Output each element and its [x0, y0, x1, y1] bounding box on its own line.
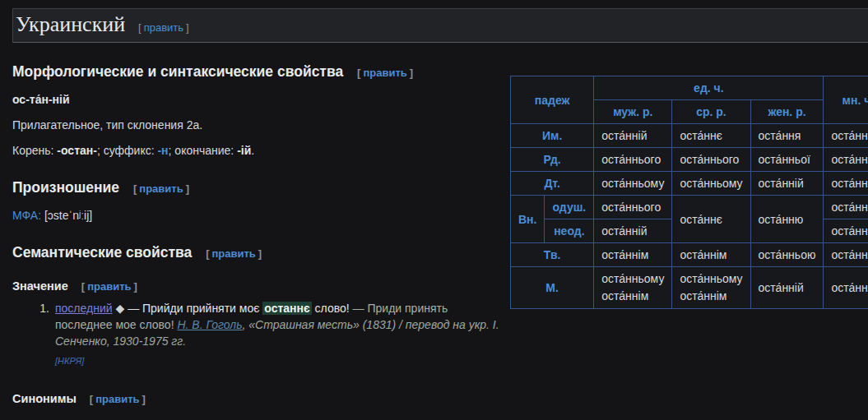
quote-separator: — [350, 302, 368, 315]
case-label-nominative: Им. [511, 124, 594, 148]
definition-body: последний ◆ — Прийди прийняти моє останн… [55, 300, 504, 369]
table-row-dative: Дт. оста́нньому оста́нньому оста́нній ос… [511, 172, 868, 196]
root-value: -остан- [57, 144, 97, 157]
case-label-locative: М. [511, 267, 594, 309]
case-label-genitive: Рд. [511, 148, 594, 172]
part-of-speech-line: Прилагательное, тип склонения 2a. [12, 118, 504, 132]
cell-ins-pl: оста́нніми [824, 243, 868, 267]
cell-gen-fem: оста́нньої [750, 148, 824, 172]
cell-dat-pl: оста́ннім [824, 172, 868, 196]
author-link[interactable]: Н. В. Гоголь [177, 318, 242, 331]
cell-ins-fem: оста́нньою [750, 243, 824, 267]
edit-link-language[interactable]: править [142, 21, 186, 34]
definition-item: 1. последний ◆ — Прийди прийняти моє ост… [12, 300, 504, 369]
cell-dat-masc: оста́нньому [594, 172, 672, 196]
edit-link-synonyms[interactable]: править [93, 393, 142, 405]
cell-gen-pl: оста́нніх [824, 148, 868, 172]
cell-loc-masc-line2: оста́ннім [601, 288, 664, 305]
edit-section-morphology: [править] [357, 67, 413, 79]
subsection-heading-meaning: Значение [править] [12, 279, 504, 293]
heading-text: Произношение [12, 179, 119, 196]
case-label-accusative: Вн. [511, 196, 545, 243]
cell-loc-masc-line1: оста́нньому [601, 270, 664, 288]
case-label-instrumental: Тв. [511, 243, 594, 267]
edit-link-meaning[interactable]: править [85, 280, 133, 293]
heading-text: Значение [12, 279, 68, 293]
edit-section-meaning: [править] [81, 280, 137, 293]
cell-loc-fem: оста́нній [750, 267, 824, 309]
cell-nom-fem: оста́ння [750, 124, 824, 148]
bracket-close: ] [186, 182, 189, 195]
bracket-close: ] [410, 67, 413, 79]
edit-section-synonyms: [править] [90, 393, 146, 405]
cell-gen-neut: оста́ннього [672, 148, 750, 172]
cell-loc-neut-line1: оста́нньому [680, 270, 742, 288]
bracket-close: ] [142, 393, 146, 405]
heading-text: Синонимы [12, 392, 77, 405]
table-header-row-1: падеж ед. ч. мн. ч. [511, 76, 868, 100]
sense-link[interactable]: последний [55, 302, 113, 315]
cell-acc-anim-masc: оста́ннього [594, 196, 672, 219]
bracket-close: ] [258, 247, 262, 260]
cell-nom-pl: оста́нні [824, 124, 868, 148]
header-neuter: ср. р. [672, 100, 750, 124]
section-heading-morphology: Морфологические и синтаксические свойств… [12, 63, 504, 81]
quote-ukrainian-end: слово! [312, 302, 350, 315]
corpus-ref: [НКРЯ] [55, 353, 504, 369]
label-animate: одуш. [545, 196, 594, 219]
bracket-close: ] [186, 21, 189, 34]
cell-gen-masc: оста́ннього [594, 148, 672, 172]
header-feminine: жен. р. [750, 100, 824, 124]
list-number: 1. [12, 300, 55, 369]
cell-loc-pl: оста́нніх [824, 267, 868, 309]
edit-link-morphology[interactable]: править [360, 67, 409, 79]
morpheme-line: Корень: -остан-; суффикс: -н; окончание:… [12, 144, 504, 157]
cell-ins-masc: оста́ннім [594, 243, 672, 267]
heading-text: Морфологические и синтаксические свойств… [12, 63, 343, 80]
table-row-accusative-animate: Вн. одуш. оста́ннього оста́ннє оста́нню … [511, 196, 868, 219]
ending-value: -ій [237, 144, 251, 157]
ipa-label-link[interactable]: МФА: [12, 209, 41, 222]
ipa-transcription: [ɔsteˈnʲːij] [44, 209, 92, 222]
label-inanimate: неод. [545, 219, 594, 243]
edit-link-semantics[interactable]: править [209, 247, 258, 260]
section-heading-pronunciation: Произношение [править] [12, 179, 504, 196]
header-case: падеж [511, 76, 594, 124]
ending-label: ; окончание: [169, 144, 238, 157]
header-masculine: муж. р. [594, 100, 672, 124]
corpus-link[interactable]: [НКРЯ] [55, 356, 84, 366]
declension-table: падеж ед. ч. мн. ч. муж. р. ср. р. жен. … [510, 76, 868, 309]
root-label: Корень: [12, 144, 57, 157]
cell-loc-neut-line2: оста́ннім [680, 288, 742, 305]
cell-acc-anim-pl: оста́нніх [824, 196, 868, 219]
cell-loc-neut: оста́нньому оста́ннім [672, 267, 750, 309]
suffix-label: ; суффикс: [97, 144, 158, 157]
quote-ukrainian: — Прийди прийняти моє [128, 302, 262, 315]
edit-link-pronunciation[interactable]: править [137, 182, 185, 195]
cell-acc-fem: оста́нню [750, 196, 824, 243]
bracket-close: ] [134, 280, 137, 293]
section-heading-semantics: Семантические свойства [править] [12, 244, 504, 261]
edit-section-language: [править] [138, 21, 189, 34]
quote-highlight: останнє [262, 302, 311, 315]
suffix-link[interactable]: -н [157, 144, 168, 157]
ipa-line: МФА: [ɔsteˈnʲːij] [12, 209, 504, 222]
table-row-nominative: Им. оста́нній оста́ннє оста́ння оста́нні [511, 124, 868, 148]
cell-ins-neut: оста́ннім [672, 243, 750, 267]
cell-acc-inan-pl: оста́ннії [824, 219, 868, 243]
cell-loc-masc: оста́нньому оста́ннім [594, 267, 672, 309]
cell-nom-masc: оста́нній [594, 124, 672, 148]
cell-nom-neut: оста́ннє [672, 124, 750, 148]
definition-list: 1. последний ◆ — Прийди прийняти моє ост… [12, 300, 504, 369]
edit-section-semantics: [править] [206, 247, 262, 260]
cell-dat-neut: оста́нньому [672, 172, 750, 196]
heading-text: Семантические свойства [12, 244, 192, 261]
table-row-genitive: Рд. оста́ннього оста́ннього оста́нньої о… [511, 148, 868, 172]
table-row-locative: М. оста́нньому оста́ннім оста́нньому ост… [511, 267, 868, 309]
language-section-header: Украинский [править] [12, 8, 868, 43]
table-row-instrumental: Тв. оста́ннім оста́ннім оста́нньою оста́… [511, 243, 868, 267]
cell-dat-fem: оста́нній [750, 172, 824, 196]
page-title: Украинский [16, 12, 125, 36]
example-marker-icon: ◆ [115, 302, 124, 315]
period: . [251, 144, 254, 157]
